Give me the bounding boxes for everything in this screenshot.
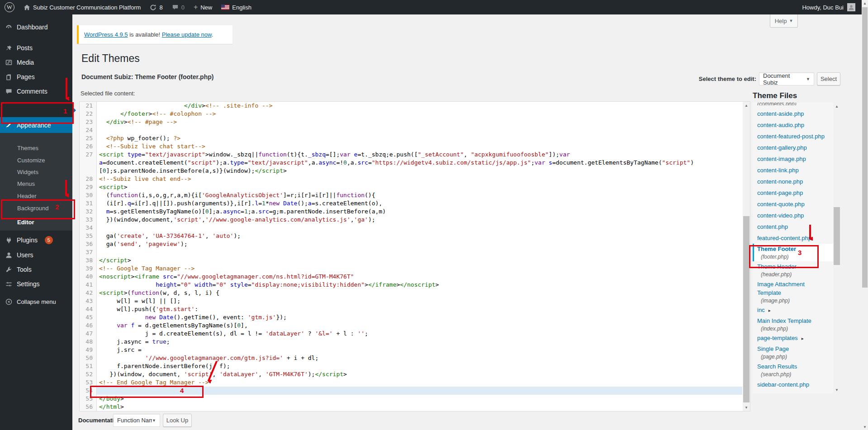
code-text[interactable]: <script>(function(w, d, s, l, i) {: [97, 289, 742, 297]
file-link[interactable]: content-audio.php: [757, 119, 829, 131]
template-link[interactable]: Image Attachment Template: [757, 280, 829, 297]
code-line-40[interactable]: 40<noscript><iframe src="//www.googletag…: [80, 273, 742, 281]
code-text[interactable]: (function(i,s,o,g,r,a,m){i['GoogleAnalyt…: [97, 191, 742, 199]
file-link[interactable]: content-page.php: [757, 187, 829, 198]
folder-expand-icon[interactable]: ▸: [768, 308, 771, 313]
lookup-button[interactable]: Look Up: [163, 414, 192, 427]
editor-scrollbar[interactable]: ▲ ▼: [743, 102, 750, 411]
code-text[interactable]: </script>: [97, 256, 742, 265]
file-list-scrollbar-thumb[interactable]: [834, 207, 840, 265]
select-theme-button[interactable]: Select: [817, 72, 840, 85]
file-link[interactable]: content-quote.php: [757, 198, 829, 210]
file-link[interactable]: sidebar-footer.php: [757, 390, 829, 393]
file-link[interactable]: sidebar-content.php: [757, 379, 829, 390]
sidebar-item-settings[interactable]: Settings: [0, 277, 72, 291]
template-link[interactable]: Single Page: [757, 345, 829, 353]
code-line-35[interactable]: 35 ga('create', 'UA-37364764-1', 'auto')…: [80, 232, 742, 240]
sidebar-collapse-menu[interactable]: Collapse menu: [0, 294, 72, 309]
submenu-item-header[interactable]: Header: [0, 190, 72, 202]
file-link[interactable]: content-gallery.php: [757, 142, 829, 153]
file-link[interactable]: content-image.php: [757, 153, 829, 165]
sidebar-item-media[interactable]: Media: [0, 55, 72, 70]
wp-logo-menu[interactable]: W: [0, 0, 19, 14]
language-menu[interactable]: English: [217, 0, 256, 14]
code-line-22[interactable]: 22 </footer><!-- #colophon -->: [80, 110, 742, 118]
scroll-down-icon[interactable]: ▼: [743, 404, 750, 411]
code-text[interactable]: <script type="text/javascript">window._s…: [97, 151, 742, 159]
code-text[interactable]: <script>: [97, 183, 742, 191]
code-line-27[interactable]: 27<script type="text/javascript">window.…: [80, 151, 742, 159]
code-line-26[interactable]: 26 <!--Subiz live chat start-->: [80, 142, 742, 151]
code-text[interactable]: <noscript><iframe src="//www.googletagma…: [97, 273, 742, 281]
file-item-template[interactable]: Main Index Template(index.php): [757, 316, 829, 333]
code-line-25[interactable]: 25 <?php wp_footer(); ?>: [80, 134, 742, 142]
code-line-47[interactable]: 47 j = d.createElement(s), dl = l != 'da…: [80, 330, 742, 338]
code-text[interactable]: ga('send', 'pageview');: [97, 240, 742, 248]
template-link[interactable]: Theme Header: [757, 262, 829, 271]
code-text[interactable]: w[l].push({'gtm.start':: [97, 305, 742, 313]
folder-item[interactable]: page-templates▸: [757, 333, 829, 344]
folder-link[interactable]: page-templates: [757, 335, 798, 341]
code-line-31[interactable]: 31 (i[r].q=i[r].q||[]).push(arguments)},…: [80, 199, 742, 208]
file-link[interactable]: content-video.php: [757, 210, 829, 221]
code-text[interactable]: '//www.googletagmanager.com/gtm.js?id=' …: [97, 354, 742, 362]
code-line-45[interactable]: 45 new Date().getTime(), event: 'gtm.js'…: [80, 313, 742, 321]
code-line-55[interactable]: 55</body>: [80, 395, 742, 403]
code-line-33[interactable]: 33 })(window,document,'script','//www.go…: [80, 216, 742, 224]
code-text[interactable]: w[l] = w[l] || [];: [97, 297, 742, 305]
code-line-24[interactable]: 24: [80, 126, 742, 134]
code-text[interactable]: j.async = true;: [97, 338, 742, 346]
editor-scrollbar-thumb[interactable]: [743, 216, 749, 402]
code-line-wrap[interactable]: [0];s.parentNode.insertBefore(a,s)}(wind…: [80, 167, 742, 175]
code-line-32[interactable]: 32 m=s.getElementsByTagName(o)[0];a.asyn…: [80, 208, 742, 216]
code-line-28[interactable]: 28<!--Subiz live chat end-->: [80, 175, 742, 183]
scroll-up-icon[interactable]: ▲: [743, 102, 750, 109]
code-text[interactable]: })(window, document, 'script', 'dataLaye…: [97, 370, 742, 378]
code-line-52[interactable]: 52 })(window, document, 'script', 'dataL…: [80, 370, 742, 378]
documentation-dropdown[interactable]: Function Name... ▼: [113, 414, 160, 427]
code-text[interactable]: </footer><!-- #colophon -->: [97, 110, 742, 118]
file-link[interactable]: content-link.php: [757, 165, 829, 176]
folder-item[interactable]: inc▸: [757, 305, 829, 316]
code-line-23[interactable]: 23 </div><!-- #page -->: [80, 118, 742, 126]
file-item-template[interactable]: Theme Header(header.php): [757, 261, 829, 279]
code-line-wrap[interactable]: a=document.createElement("script");a.typ…: [80, 159, 742, 167]
folder-link[interactable]: inc: [757, 307, 765, 313]
code-line-48[interactable]: 48 j.async = true;: [80, 338, 742, 346]
sidebar-item-users[interactable]: Users: [0, 248, 72, 262]
wordpress-version-link[interactable]: WordPress 4.9.5: [84, 31, 128, 38]
update-now-link[interactable]: Please update now: [162, 31, 212, 38]
code-line-46[interactable]: 46 var f = d.getElementsByTagName(s)[0],: [80, 321, 742, 330]
code-line-44[interactable]: 44 w[l].push({'gtm.start':: [80, 305, 742, 313]
file-list-scrollbar[interactable]: ▲ ▼: [833, 103, 840, 393]
file-item-template[interactable]: Search Results(search.php): [757, 361, 829, 379]
submenu-item-widgets[interactable]: Widgets: [0, 166, 72, 178]
code-line-54[interactable]: 54: [80, 387, 742, 395]
file-link[interactable]: content-featured-post.php: [757, 131, 829, 142]
code-text[interactable]: [0];s.parentNode.insertBefore(a,s)}(wind…: [97, 167, 742, 175]
code-line-49[interactable]: 49 j.src =: [80, 346, 742, 354]
sidebar-item-comments[interactable]: Comments: [0, 84, 72, 99]
template-link[interactable]: Search Results: [757, 362, 829, 371]
submenu-item-menus[interactable]: Menus: [0, 178, 72, 189]
code-line-51[interactable]: 51 f.parentNode.insertBefore(j, f);: [80, 362, 742, 370]
code-text[interactable]: [97, 387, 742, 395]
scroll-up-icon[interactable]: ▲: [862, 0, 868, 6]
code-line-53[interactable]: 53<!-- End Google Tag Manager -->: [80, 378, 742, 387]
code-text[interactable]: f.parentNode.insertBefore(j, f);: [97, 362, 742, 370]
code-line-56[interactable]: 56</html>: [80, 403, 742, 411]
code-line-29[interactable]: 29<script>: [80, 183, 742, 191]
submenu-item-background[interactable]: Background: [0, 202, 72, 214]
help-button[interactable]: Help ▼: [770, 14, 798, 28]
code-line-50[interactable]: 50 '//www.googletagmanager.com/gtm.js?id…: [80, 354, 742, 362]
theme-select-dropdown[interactable]: Document Subiz ▼: [759, 72, 814, 85]
submenu-item-customize[interactable]: Customize: [0, 154, 72, 166]
code-text[interactable]: j = d.createElement(s), dl = l != 'dataL…: [97, 330, 742, 338]
code-line-37[interactable]: 37: [80, 248, 742, 256]
scroll-down-icon[interactable]: ▼: [862, 424, 868, 430]
code-text[interactable]: a=document.createElement("script");a.typ…: [97, 159, 742, 167]
code-text[interactable]: [97, 126, 742, 134]
code-text[interactable]: new Date().getTime(), event: 'gtm.js'});: [97, 313, 742, 321]
code-text[interactable]: ga('create', 'UA-37364764-1', 'auto');: [97, 232, 742, 240]
code-text[interactable]: var f = d.getElementsByTagName(s)[0],: [97, 321, 742, 330]
